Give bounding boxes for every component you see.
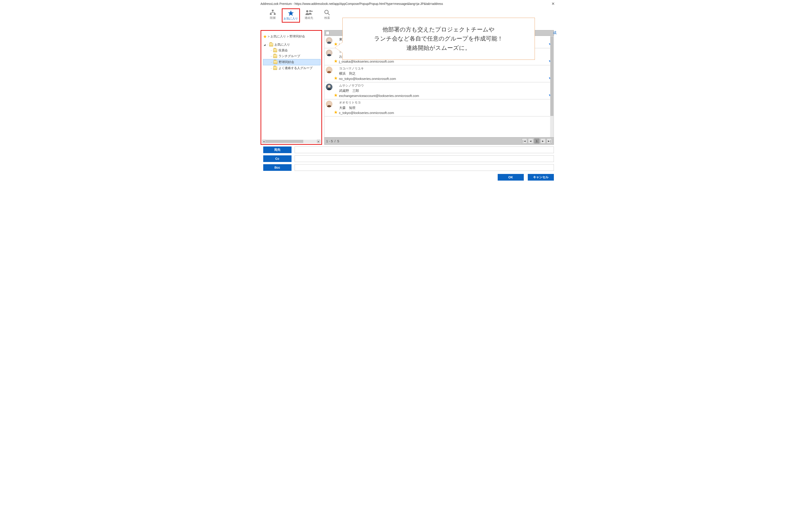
folder-icon <box>273 60 277 64</box>
svg-point-8 <box>306 10 308 12</box>
breadcrumb-part[interactable]: お気に入り <box>270 35 286 39</box>
tab-label: 連絡先 <box>305 16 313 20</box>
scroll-left-icon[interactable]: ◄ <box>262 139 266 143</box>
close-button[interactable]: ✕ <box>550 1 556 6</box>
tree-line: ··· <box>267 43 268 46</box>
bcc-input[interactable] <box>295 164 554 171</box>
contact-info: ムサシノサブロウ 武蔵野 三郎 exchangeserviceaccount@l… <box>339 83 548 98</box>
cc-input[interactable] <box>295 155 554 162</box>
scroll-right-icon[interactable]: ► <box>317 139 320 143</box>
bcc-button[interactable]: Bcc <box>263 164 292 171</box>
window: AddressLook Premium - https://www.addres… <box>254 0 558 184</box>
favorite-star-icon[interactable]: ★ <box>334 58 338 64</box>
action-bar: OK キャンセル <box>254 173 558 184</box>
tab-hierarchy[interactable]: 階層 <box>264 8 282 22</box>
contact-info: オオモリトモヨ 大森 知世 c_tokyo@lookseries.onmicro… <box>339 100 553 115</box>
folder-icon <box>273 66 277 70</box>
tree-panel: ★ > お気に入り > 野球同好会 ◢ ··· お気に入り ····· 役員会 <box>261 30 322 145</box>
svg-rect-0 <box>272 10 273 11</box>
tree: ◢ ··· お気に入り ····· 役員会 ····· ランチグループ ····… <box>261 42 321 71</box>
cc-row: Cc <box>263 155 554 162</box>
tree-h-scrollbar[interactable]: ◄ ► <box>262 139 320 143</box>
recipient-fields: 宛先 Cc Bcc <box>254 145 558 171</box>
tab-label: お気に入り <box>284 16 298 20</box>
svg-point-16 <box>328 85 330 88</box>
svg-point-13 <box>328 39 330 41</box>
contact-kana: ムサシノサブロウ <box>339 83 548 88</box>
cc-button[interactable]: Cc <box>263 155 292 162</box>
svg-marker-7 <box>288 10 294 16</box>
avatar <box>326 83 332 90</box>
truncated-text: 成 <box>553 31 557 35</box>
search-icon <box>324 9 330 16</box>
avatar <box>326 101 332 107</box>
contact-row[interactable]: ★ オオモリトモヨ 大森 知世 c_tokyo@lookseries.onmic… <box>324 99 554 116</box>
pager-last-icon[interactable]: ►| <box>547 138 552 144</box>
titlebar: AddressLook Premium - https://www.addres… <box>254 0 558 7</box>
pager-first-icon[interactable]: |◄ <box>522 138 527 144</box>
breadcrumb: ★ > お気に入り > 野球同好会 <box>261 33 321 42</box>
tab-label: 検索 <box>324 16 330 20</box>
folder-icon <box>273 49 277 52</box>
bcc-row: Bcc <box>263 164 554 171</box>
scroll-thumb[interactable] <box>266 140 303 143</box>
contact-kana: オオモリトモヨ <box>339 100 553 105</box>
pager-next-icon[interactable]: ► <box>540 138 546 144</box>
contact-name: 横浜 則之 <box>339 71 548 76</box>
breadcrumb-sep: > <box>268 35 270 38</box>
svg-rect-5 <box>270 12 271 13</box>
contact-info: ヨコハマノリユキ 横浜 則之 no_tokyo@lookseries.onmic… <box>339 66 548 81</box>
folder-icon <box>273 54 277 58</box>
scroll-thumb[interactable] <box>550 36 553 116</box>
list-v-scrollbar[interactable] <box>550 36 554 137</box>
svg-point-17 <box>328 102 330 105</box>
tree-line: ····· <box>270 67 272 70</box>
tree-item[interactable]: ····· よく連絡する人グループ <box>263 65 320 71</box>
svg-point-9 <box>309 10 311 12</box>
tree-item-selected[interactable]: ····· 野球同好会 <box>263 59 320 65</box>
tree-item-label: ランチグループ <box>278 54 300 58</box>
tree-item-label: 野球同好会 <box>279 60 294 64</box>
contact-kana: ヨコハマノリユキ <box>339 66 548 71</box>
ok-button[interactable]: OK <box>498 174 524 181</box>
svg-point-10 <box>311 11 313 12</box>
contacts-icon <box>305 9 313 16</box>
favorite-star-icon[interactable]: ★ <box>334 75 338 81</box>
svg-rect-6 <box>274 12 275 13</box>
cancel-button[interactable]: キャンセル <box>528 174 554 181</box>
favorite-star-icon[interactable]: ★ <box>334 93 338 98</box>
tree-root-label: お気に入り <box>274 43 290 47</box>
to-button[interactable]: 宛先 <box>263 147 292 153</box>
to-row: 宛先 <box>263 147 554 153</box>
svg-line-12 <box>328 13 329 15</box>
tree-root[interactable]: ◢ ··· お気に入り <box>263 42 320 48</box>
tab-contacts[interactable]: 連絡先 <box>300 8 318 22</box>
svg-point-11 <box>325 10 328 14</box>
tree-item-label: 役員会 <box>278 49 288 52</box>
contact-email: c_tokyo@lookseries.onmicrosoft.com <box>339 110 553 115</box>
window-title: AddressLook Premium - https://www.addres… <box>261 2 443 5</box>
scroll-track[interactable] <box>266 140 317 143</box>
star-icon: ★ <box>263 34 267 39</box>
pager-current-page[interactable]: 1 <box>534 138 540 144</box>
pager-range: 1 - 5 <box>326 139 333 143</box>
breadcrumb-part[interactable]: 野球同好会 <box>290 35 305 39</box>
callout-bubble: 他部署の方も交えたプロジェクトチームや ランチ会など各自で任意のグループを作成可… <box>342 18 535 60</box>
tab-search[interactable]: 検索 <box>318 8 336 22</box>
breadcrumb-sep: > <box>287 35 289 38</box>
tab-label: 階層 <box>270 16 275 20</box>
pager-prev-icon[interactable]: ◄ <box>528 138 533 144</box>
pager-sep: / <box>335 139 335 143</box>
contact-name: 大森 知世 <box>339 105 553 110</box>
svg-rect-2 <box>274 13 275 15</box>
tree-item[interactable]: ····· 役員会 <box>263 48 320 53</box>
tree-item[interactable]: ····· ランチグループ <box>263 53 320 59</box>
tree-line: ····· <box>271 61 272 64</box>
contact-row[interactable]: ★ ヨコハマノリユキ 横浜 則之 no_tokyo@lookseries.onm… <box>324 65 554 82</box>
contact-row[interactable]: ★ ムサシノサブロウ 武蔵野 三郎 exchangeserviceaccount… <box>324 82 554 99</box>
tree-expander-icon[interactable]: ◢ <box>263 43 266 46</box>
select-all-checkbox[interactable] <box>326 31 329 35</box>
favorite-star-icon[interactable]: ★ <box>334 110 338 115</box>
to-input[interactable] <box>295 147 554 153</box>
tab-favorites[interactable]: お気に入り <box>282 8 300 22</box>
